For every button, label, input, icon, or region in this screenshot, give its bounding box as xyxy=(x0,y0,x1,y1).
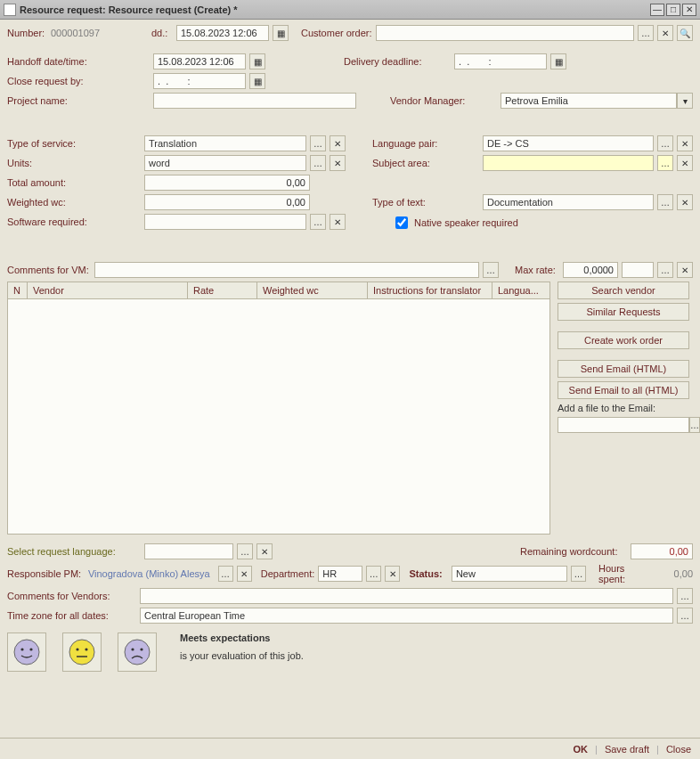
resp-pm-browse-button[interactable]: … xyxy=(218,566,233,582)
col-language[interactable]: Langua... xyxy=(492,282,549,298)
select-lang-input[interactable] xyxy=(144,543,233,559)
type-service-clear-button[interactable]: ✕ xyxy=(330,135,346,151)
type-service-label: Type of service: xyxy=(7,138,141,149)
face-neutral-button[interactable] xyxy=(62,632,102,672)
send-email-button[interactable]: Send Email (HTML) xyxy=(558,360,689,378)
vendor-manager-dropdown-button[interactable]: ▾ xyxy=(677,93,693,109)
native-speaker-label: Native speaker required xyxy=(414,217,518,228)
status-label: Status: xyxy=(409,568,447,579)
col-instructions[interactable]: Instructions for translator xyxy=(368,282,492,298)
maximize-button[interactable]: □ xyxy=(666,4,680,16)
units-browse-button[interactable]: … xyxy=(310,155,326,171)
svg-point-5 xyxy=(85,648,87,650)
comments-vm-input[interactable] xyxy=(94,262,479,278)
type-service-input[interactable] xyxy=(144,135,306,151)
tz-browse-button[interactable]: … xyxy=(677,608,693,624)
text-type-clear-button[interactable]: ✕ xyxy=(677,194,693,210)
lang-pair-browse-button[interactable]: … xyxy=(657,135,673,151)
project-name-input[interactable] xyxy=(153,93,356,109)
units-label: Units: xyxy=(7,158,141,168)
add-file-browse-button[interactable]: … xyxy=(689,417,700,433)
subject-input[interactable] xyxy=(483,155,654,171)
resp-pm-clear-button[interactable]: ✕ xyxy=(237,566,252,582)
resp-pm-value[interactable]: Vinogradova (Minko) Alesya xyxy=(88,568,215,579)
dd-input[interactable] xyxy=(176,25,269,41)
handoff-calendar-button[interactable]: ▦ xyxy=(249,53,265,69)
text-type-browse-button[interactable]: … xyxy=(657,194,673,210)
text-type-input[interactable] xyxy=(483,194,654,210)
face-sad-button[interactable] xyxy=(118,632,157,672)
tz-input[interactable] xyxy=(140,608,673,624)
remaining-label: Remaining wordcount: xyxy=(520,546,627,557)
similar-requests-button[interactable]: Similar Requests xyxy=(558,303,689,321)
customer-order-label: Customer order: xyxy=(301,28,372,38)
col-rate[interactable]: Rate xyxy=(188,282,257,298)
create-work-order-button[interactable]: Create work order xyxy=(558,331,689,349)
dept-browse-button[interactable]: … xyxy=(366,566,381,582)
minimize-button[interactable]: — xyxy=(650,4,664,16)
status-browse-button[interactable]: … xyxy=(571,566,586,582)
max-rate-clear-button[interactable]: ✕ xyxy=(677,262,693,278)
customer-order-clear-button[interactable]: ✕ xyxy=(657,25,673,41)
lang-pair-clear-button[interactable]: ✕ xyxy=(677,135,693,151)
max-rate-browse-button[interactable]: … xyxy=(657,262,673,278)
dept-input[interactable] xyxy=(318,566,362,582)
search-vendor-button[interactable]: Search vendor xyxy=(558,282,689,299)
total-label: Total amount: xyxy=(7,177,141,188)
svg-point-1 xyxy=(20,648,23,650)
select-lang-clear-button[interactable]: ✕ xyxy=(256,543,273,559)
max-rate-currency-input[interactable] xyxy=(622,262,654,278)
native-speaker-checkbox[interactable] xyxy=(395,216,408,229)
subject-browse-button[interactable]: … xyxy=(657,155,673,171)
dd-label: dd.: xyxy=(151,28,173,38)
close-by-calendar-button[interactable]: ▦ xyxy=(249,73,265,89)
status-input[interactable] xyxy=(452,566,567,582)
eval-title: Meets expectations xyxy=(180,632,304,643)
customer-order-input[interactable] xyxy=(376,25,634,41)
comments-vendors-input[interactable] xyxy=(140,588,673,604)
weighted-input[interactable] xyxy=(144,194,310,210)
delivery-input[interactable] xyxy=(454,53,547,69)
send-email-all-button[interactable]: Send Email to all (HTML) xyxy=(558,381,689,399)
comments-vendors-label: Comments for Vendors: xyxy=(7,591,136,601)
delivery-calendar-button[interactable]: ▦ xyxy=(550,53,566,69)
face-happy-button[interactable] xyxy=(7,632,46,672)
hours-label: Hours spent: xyxy=(598,563,654,584)
comments-vm-browse-button[interactable]: … xyxy=(483,262,499,278)
total-input[interactable] xyxy=(144,175,310,191)
units-clear-button[interactable]: ✕ xyxy=(330,155,346,171)
max-rate-input[interactable] xyxy=(563,262,618,278)
close-by-input[interactable] xyxy=(153,73,246,89)
customer-order-browse-button[interactable]: … xyxy=(638,25,654,41)
close-button[interactable]: Close xyxy=(666,744,691,755)
units-input[interactable] xyxy=(144,155,306,171)
dd-calendar-button[interactable]: ▦ xyxy=(273,25,289,41)
ok-button[interactable]: OK xyxy=(574,744,589,755)
add-file-label: Add a file to the Email: xyxy=(558,403,693,413)
comments-vendors-browse-button[interactable]: … xyxy=(677,588,693,604)
vendor-table-header: N Vendor Rate Weighted wc Instructions f… xyxy=(7,282,550,299)
remaining-input xyxy=(631,543,693,559)
software-input[interactable] xyxy=(144,214,306,230)
col-weighted[interactable]: Weighted wc xyxy=(257,282,368,298)
select-lang-browse-button[interactable]: … xyxy=(237,543,253,559)
vendor-table-body[interactable] xyxy=(7,299,550,535)
dept-clear-button[interactable]: ✕ xyxy=(385,566,400,582)
window-icon xyxy=(4,4,16,16)
close-window-button[interactable]: ✕ xyxy=(682,4,696,16)
software-browse-button[interactable]: … xyxy=(310,214,326,230)
type-service-browse-button[interactable]: … xyxy=(310,135,326,151)
software-clear-button[interactable]: ✕ xyxy=(330,214,346,230)
handoff-input[interactable] xyxy=(153,53,246,69)
lang-pair-input[interactable] xyxy=(483,135,654,151)
weighted-label: Weighted wc: xyxy=(7,197,141,208)
customer-order-search-button[interactable]: 🔍 xyxy=(677,25,693,41)
save-draft-button[interactable]: Save draft xyxy=(605,744,649,755)
svg-point-7 xyxy=(125,640,150,665)
footer: OK | Save draft | Close xyxy=(0,738,700,759)
col-n[interactable]: N xyxy=(8,282,28,298)
vendor-manager-input[interactable] xyxy=(501,93,677,109)
subject-clear-button[interactable]: ✕ xyxy=(677,155,693,171)
add-file-input[interactable] xyxy=(558,417,689,433)
col-vendor[interactable]: Vendor xyxy=(28,282,188,298)
